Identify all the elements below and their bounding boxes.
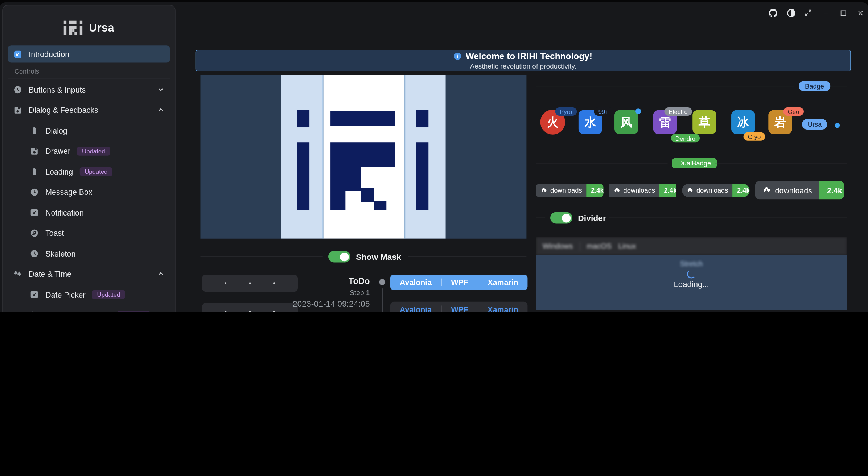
close-button[interactable] xyxy=(855,8,866,17)
sidebar-group-date-time[interactable]: Date & Time xyxy=(8,263,170,284)
battery-icon xyxy=(30,167,38,176)
button-group-dark: Avalonia WPF Xamarin xyxy=(390,302,528,312)
arrow-icon xyxy=(30,208,38,217)
updated-badge: Updated xyxy=(92,290,125,299)
dendro-badge: Dendro xyxy=(671,134,700,142)
mask-demo-image xyxy=(200,75,526,239)
ursa-logo-icon xyxy=(63,20,82,35)
fullscreen-button[interactable] xyxy=(803,8,814,17)
xamarin-button[interactable]: Xamarin xyxy=(478,305,528,312)
sidebar-item-label: Introduction xyxy=(29,50,69,58)
section-label-controls: Controls xyxy=(8,65,170,79)
close-icon xyxy=(856,9,864,17)
tab-linux[interactable]: Linux xyxy=(618,242,636,250)
loading-text: Loading... xyxy=(536,280,847,288)
step-title: ToDo xyxy=(349,276,370,286)
dot-badge xyxy=(635,108,641,114)
ip-input[interactable] xyxy=(202,303,298,312)
chevron-down-icon xyxy=(157,86,164,93)
arrow-icon xyxy=(30,290,38,299)
tab-windows[interactable]: Windows xyxy=(543,242,573,250)
mask-split-line xyxy=(323,75,324,239)
sidebar-item-dialog[interactable]: Dialog xyxy=(8,120,170,140)
app-window: Ursa Introduction Controls Buttons & Inp… xyxy=(0,0,868,312)
app-logo: Ursa xyxy=(3,5,175,45)
ursa-badge: Ursa xyxy=(802,119,827,130)
maximize-icon xyxy=(839,9,847,17)
loading-tab-panel: Windows macOS Linux Stretch Loading... xyxy=(536,237,847,310)
sidebar-item-toast[interactable]: Toast xyxy=(8,223,170,243)
floppy-icon xyxy=(13,106,22,114)
downloads-badge: downloads 2.4k xyxy=(755,181,844,199)
pyro-badge: Pyro xyxy=(555,107,577,116)
avalonia-button[interactable]: Avalonia xyxy=(390,305,441,312)
sidebar-group-buttons-inputs[interactable]: Buttons & Inputs xyxy=(8,79,170,99)
show-mask-toggle[interactable] xyxy=(328,251,350,262)
button-group-solid: Avalonia WPF Xamarin xyxy=(390,275,528,290)
cryo-badge: Cryo xyxy=(744,132,765,141)
maximize-button[interactable] xyxy=(838,8,849,17)
app-title: Ursa xyxy=(89,21,114,34)
divider-demo-label: Divider xyxy=(578,213,606,223)
badge-divider-pill: Badge xyxy=(799,81,830,91)
trees-icon xyxy=(13,269,22,278)
electro-badge: Electro xyxy=(664,107,692,116)
dot-badge xyxy=(835,123,840,128)
sidebar-item-date-picker[interactable]: Date Picker Updated xyxy=(8,284,170,304)
tab-separator xyxy=(580,242,580,250)
ip-input[interactable] xyxy=(202,275,298,292)
step-time: 2023-01-14 09:24:05 xyxy=(293,299,370,308)
clock-icon xyxy=(30,249,38,258)
badge-tile-cryo: 冰 xyxy=(731,110,755,134)
banner-title: Welcome to IRIHI Technology! xyxy=(466,51,592,61)
theme-toggle-icon xyxy=(786,8,796,17)
badge-tile-grass: 草 xyxy=(692,110,716,134)
banner-subtitle: Aesthetic revolution of productivity. xyxy=(470,62,576,70)
arrow-icon xyxy=(13,50,22,58)
fullscreen-icon xyxy=(804,8,813,17)
updated-badge: Updated xyxy=(117,310,150,312)
music-note-icon xyxy=(30,229,38,237)
sidebar-item-loading[interactable]: Loading Updated xyxy=(8,161,170,181)
updated-badge: Updated xyxy=(77,147,110,155)
sidebar-item-introduction[interactable]: Introduction xyxy=(8,45,170,62)
trees-icon xyxy=(30,310,38,312)
info-icon: i xyxy=(454,53,461,60)
stretch-label: Stretch xyxy=(536,260,847,268)
step-label: Step 1 xyxy=(350,289,370,297)
loading-spinner xyxy=(687,270,696,278)
avalonia-button[interactable]: Avalonia xyxy=(390,278,441,287)
chevron-up-icon xyxy=(157,106,164,114)
welcome-banner: i Welcome to IRIHI Technology! Aesthetic… xyxy=(196,50,851,71)
sidebar-item-skeleton[interactable]: Skeleton xyxy=(8,243,170,263)
geo-badge: Geo xyxy=(783,107,804,116)
minimize-button[interactable] xyxy=(820,8,832,17)
sidebar-group-dialog-feedbacks[interactable]: Dialog & Feedbacks xyxy=(8,100,170,120)
dualbadge-divider-pill: DualBadge xyxy=(672,158,717,168)
sidebar-item-message-box[interactable]: Message Box xyxy=(8,182,170,202)
window-surface: Ursa Introduction Controls Buttons & Inp… xyxy=(0,2,868,312)
xamarin-button[interactable]: Xamarin xyxy=(478,278,528,287)
wpf-button[interactable]: WPF xyxy=(442,305,478,312)
download-cloud-icon xyxy=(540,187,547,194)
tab-content: Stretch Loading... xyxy=(536,255,847,310)
mask-split-line xyxy=(405,75,406,239)
sidebar: Ursa Introduction Controls Buttons & Inp… xyxy=(2,5,176,312)
github-button[interactable] xyxy=(767,8,778,17)
theme-toggle-button[interactable] xyxy=(786,8,797,17)
download-cloud-icon xyxy=(613,187,620,194)
sidebar-item-date-range-picker[interactable]: Date Range Picker Updated xyxy=(8,304,170,312)
tab-macos[interactable]: macOS xyxy=(587,242,612,250)
downloads-badge: downloads 2.4k xyxy=(682,184,749,197)
divider-toggle[interactable] xyxy=(550,212,572,224)
count-badge: 99+ xyxy=(594,107,613,116)
sidebar-nav: Introduction Controls Buttons & Inputs D… xyxy=(3,45,175,312)
battery-icon xyxy=(30,126,38,135)
updated-badge: Updated xyxy=(80,167,113,176)
wpf-button[interactable]: WPF xyxy=(442,278,478,287)
sidebar-item-notification[interactable]: Notification xyxy=(8,202,170,222)
download-cloud-icon xyxy=(762,186,771,194)
sidebar-item-drawer[interactable]: Drawer Updated xyxy=(8,141,170,161)
minimize-icon xyxy=(822,9,830,17)
downloads-badge: downloads 2.4k xyxy=(536,184,603,197)
